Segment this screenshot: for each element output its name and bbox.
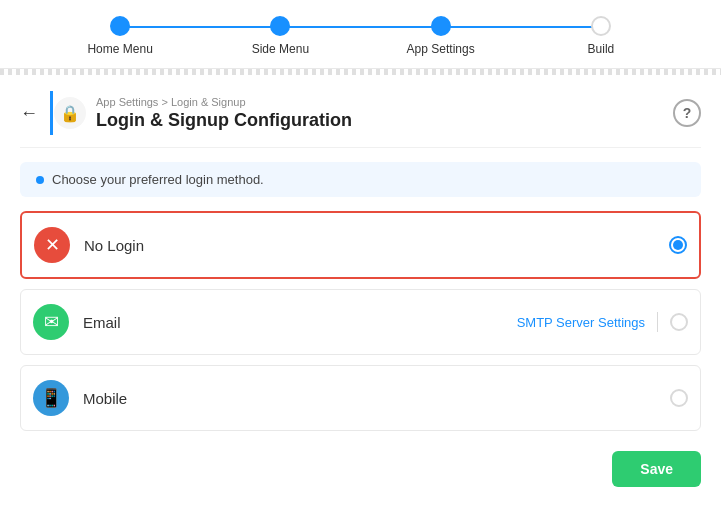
- no-login-label: No Login: [84, 237, 669, 254]
- smtp-link[interactable]: SMTP Server Settings: [517, 315, 645, 330]
- info-message: Choose your preferred login method.: [52, 172, 264, 187]
- no-login-radio-inner: [673, 240, 683, 250]
- step-build[interactable]: Build: [521, 16, 681, 56]
- page-title: Login & Signup Configuration: [96, 110, 673, 131]
- lock-icon: 🔒: [54, 97, 86, 129]
- mobile-radio[interactable]: [670, 389, 688, 407]
- stepper: Home Menu Side Menu App Settings Build: [0, 0, 721, 69]
- email-divider: [657, 312, 658, 332]
- option-no-login[interactable]: ✕ No Login: [20, 211, 701, 279]
- option-email[interactable]: ✉ Email SMTP Server Settings: [20, 289, 701, 355]
- step-app-settings[interactable]: App Settings: [361, 16, 521, 56]
- breadcrumb: App Settings > Login & Signup: [96, 96, 673, 108]
- breadcrumb-separator: >: [158, 96, 171, 108]
- step-label-home-menu: Home Menu: [87, 42, 152, 56]
- no-login-icon: ✕: [34, 227, 70, 263]
- step-dot-side-menu: [270, 16, 290, 36]
- step-label-app-settings: App Settings: [407, 42, 475, 56]
- step-label-build: Build: [588, 42, 615, 56]
- page-header: ← 🔒 App Settings > Login & Signup Login …: [20, 75, 701, 148]
- breadcrumb-part2: Login & Signup: [171, 96, 246, 108]
- lock-icon-wrap: 🔒: [50, 91, 86, 135]
- footer: Save: [20, 441, 701, 487]
- mobile-icon: 📱: [33, 380, 69, 416]
- step-home-menu[interactable]: Home Menu: [40, 16, 200, 56]
- mobile-label: Mobile: [83, 390, 670, 407]
- step-dot-home-menu: [110, 16, 130, 36]
- step-side-menu[interactable]: Side Menu: [200, 16, 360, 56]
- info-dot-icon: [36, 176, 44, 184]
- option-mobile[interactable]: 📱 Mobile: [20, 365, 701, 431]
- step-label-side-menu: Side Menu: [252, 42, 309, 56]
- step-dot-app-settings: [431, 16, 451, 36]
- help-button[interactable]: ?: [673, 99, 701, 127]
- save-button[interactable]: Save: [612, 451, 701, 487]
- email-icon: ✉: [33, 304, 69, 340]
- email-radio[interactable]: [670, 313, 688, 331]
- back-button[interactable]: ←: [20, 104, 38, 122]
- main-content: ← 🔒 App Settings > Login & Signup Login …: [0, 75, 721, 487]
- breadcrumb-part1: App Settings: [96, 96, 158, 108]
- info-banner: Choose your preferred login method.: [20, 162, 701, 197]
- no-login-radio[interactable]: [669, 236, 687, 254]
- email-label: Email: [83, 314, 517, 331]
- step-dot-build: [591, 16, 611, 36]
- header-text: App Settings > Login & Signup Login & Si…: [96, 96, 673, 131]
